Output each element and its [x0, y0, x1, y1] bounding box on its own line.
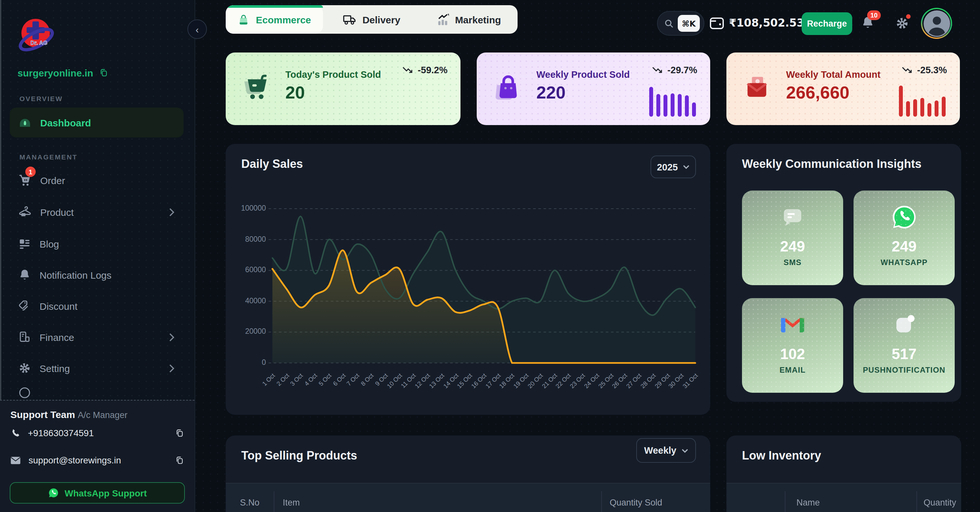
- column-divider: [916, 491, 917, 512]
- sidebar-item-product[interactable]: Product: [10, 198, 183, 226]
- period-dropdown-value: Weekly: [644, 445, 676, 456]
- column-name: Name: [797, 498, 820, 507]
- section-management: MANAGEMENT: [19, 153, 78, 161]
- mini-bar: [656, 94, 660, 117]
- y-tick: 60000: [228, 266, 266, 274]
- sidebar-collapse-button[interactable]: ‹: [188, 19, 207, 39]
- stat-change-value: -59.2%: [418, 65, 447, 75]
- y-tick: 40000: [228, 297, 266, 304]
- sidebar-item-blog[interactable]: Blog: [10, 230, 183, 258]
- copy-email-icon[interactable]: [175, 455, 184, 465]
- tab-label: Marketing: [455, 14, 501, 25]
- copy-phone-icon[interactable]: [175, 428, 184, 438]
- y-tick: 100000: [228, 204, 266, 212]
- insight-value: 249: [780, 238, 805, 255]
- column-quantity-sold: Quantity Sold: [610, 498, 662, 507]
- tab-marketing[interactable]: Marketing: [420, 5, 517, 34]
- mini-bar: [906, 101, 910, 117]
- insight-tile-push[interactable]: 517 PUSHNOTIFICATION: [854, 298, 955, 393]
- support-phone[interactable]: +918630374591: [28, 428, 94, 438]
- shopping-bag-icon: [238, 13, 250, 25]
- sidebar-item-dashboard[interactable]: Dashboard: [10, 108, 183, 137]
- gear-icon: [18, 361, 31, 375]
- y-tick: 80000: [228, 235, 266, 243]
- sidebar: Dr. AG surgeryonline.in OVERVIEW Dashboa…: [0, 0, 195, 512]
- mini-bar: [663, 95, 667, 117]
- mini-bar: [684, 95, 689, 117]
- trending-down-icon: [402, 64, 413, 75]
- gauge-icon: [18, 116, 32, 129]
- whatsapp-icon: [891, 204, 917, 230]
- user-avatar[interactable]: [921, 8, 952, 39]
- column-divider: [274, 491, 274, 512]
- chevron-right-icon: [169, 364, 175, 373]
- store-domain[interactable]: surgeryonline.in: [18, 67, 93, 78]
- sidebar-item-label: Blog: [40, 238, 59, 249]
- sidebar-item-label: Discount: [40, 300, 78, 311]
- insight-tile-whatsapp[interactable]: 249 WHATSAPP: [854, 190, 955, 285]
- tag-icon: [18, 300, 31, 312]
- support-phone-row: +918630374591: [10, 428, 184, 438]
- sidebar-item-discount[interactable]: Discount: [10, 292, 183, 320]
- sidebar-item-order[interactable]: 1 Order: [10, 166, 183, 195]
- column-item: Item: [283, 498, 300, 507]
- stat-card-weekly-amount: Weekly Total Amount 266,660 -25.3%: [726, 52, 960, 125]
- stat-value: 220: [536, 83, 566, 103]
- globe-icon[interactable]: [18, 386, 31, 399]
- settings-button[interactable]: [895, 16, 909, 33]
- global-search[interactable]: ⌘K: [657, 11, 704, 36]
- blog-icon: [18, 237, 31, 250]
- notification-count-badge: 10: [867, 10, 881, 20]
- stat-change: -29.7%: [652, 64, 697, 75]
- search-shortcut-badge: ⌘K: [678, 15, 700, 32]
- mini-bar: [692, 103, 696, 117]
- sidebar-item-label: Dashboard: [40, 117, 91, 128]
- stat-change-value: -25.3%: [917, 65, 947, 75]
- mini-bar-chart: [899, 86, 946, 117]
- mini-bar: [678, 94, 682, 117]
- copy-domain-icon[interactable]: [99, 68, 108, 78]
- finance-icon: [18, 331, 31, 344]
- mini-bar: [670, 93, 675, 117]
- y-tick: 20000: [228, 328, 266, 335]
- tab-ecommerce[interactable]: Ecommerce: [226, 5, 323, 34]
- recharge-button[interactable]: Recharge: [802, 12, 852, 35]
- support-email[interactable]: support@storewings.in: [29, 455, 121, 465]
- stat-value: 266,660: [786, 83, 849, 103]
- sidebar-item-notification-logs[interactable]: Notification Logs: [10, 260, 183, 289]
- top-selling-title: Top Selling Products: [241, 449, 357, 463]
- whatsapp-icon: [48, 487, 59, 498]
- dashboard-page: Dr. AG surgeryonline.in OVERVIEW Dashboa…: [0, 0, 980, 512]
- insight-label: EMAIL: [780, 366, 806, 375]
- communication-insights-panel: Weekly Communication Insights 249 SMS: [726, 144, 961, 402]
- top-selling-panel: Top Selling Products Weekly S.No Item Qu…: [226, 436, 710, 512]
- mini-bar: [942, 97, 946, 117]
- trending-down-icon: [902, 64, 913, 75]
- low-inventory-panel: Low Inventory Name Quantity: [726, 436, 961, 512]
- sidebar-item-setting[interactable]: Setting: [10, 354, 183, 382]
- whatsapp-support-button[interactable]: WhatsApp Support: [10, 482, 185, 504]
- insight-tile-sms[interactable]: 249 SMS: [742, 190, 843, 285]
- tab-delivery[interactable]: Delivery: [323, 5, 420, 34]
- daily-sales-panel: Daily Sales 2025 02000040000600008000010…: [226, 144, 710, 415]
- stat-title: Weekly Product Sold: [536, 69, 630, 80]
- sidebar-item-finance[interactable]: Finance: [10, 323, 183, 351]
- brand-logo: Dr. AG: [17, 16, 56, 54]
- period-dropdown[interactable]: Weekly: [636, 438, 696, 463]
- stat-title: Weekly Total Amount: [786, 69, 880, 80]
- notifications-button[interactable]: 10: [861, 15, 875, 33]
- mini-bar: [899, 86, 903, 117]
- phone-icon: [10, 428, 20, 438]
- mini-bar: [920, 98, 924, 117]
- insight-value: 249: [892, 238, 917, 255]
- insight-tile-email[interactable]: 102 EMAIL: [742, 298, 843, 393]
- stat-change: -25.3%: [902, 64, 947, 75]
- wallet-icon: [710, 16, 725, 30]
- mini-bar: [927, 103, 931, 117]
- insight-label: WHATSAPP: [880, 258, 928, 267]
- channel-tabs: Ecommerce Delivery Marketing: [226, 5, 517, 34]
- sidebar-item-label: Product: [40, 206, 73, 217]
- column-quantity: Quantity: [924, 498, 956, 507]
- hanger-icon: [18, 205, 32, 219]
- truck-icon: [343, 13, 357, 25]
